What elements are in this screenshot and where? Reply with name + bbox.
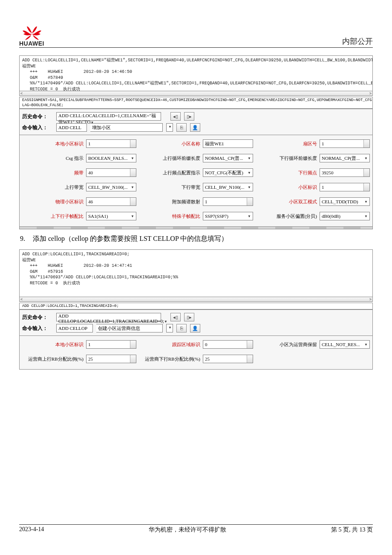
form-field: 服务小区偏置(分贝)dB0(0dB) — [256, 212, 370, 220]
spinner-input[interactable]: 1 — [320, 139, 370, 148]
back-button[interactable]: ◂▯ — [170, 313, 181, 321]
execute-button[interactable]: ⎘ — [176, 324, 187, 332]
form-field: 物理小区标识46 — [22, 197, 136, 206]
footer-page: 第 5 页, 共 13 页 — [331, 526, 373, 534]
form-field: 特殊子帧配比SSP7(SSP7) — [139, 212, 253, 220]
spinner-input[interactable]: 46 — [86, 197, 136, 206]
dropdown-input[interactable]: NOT_CFG(不配置) — [203, 168, 253, 177]
field-label: 跟踪区域标识 — [172, 341, 200, 348]
brand-text: HUAWEI — [19, 40, 44, 46]
form-field: 运营商下行RB分配比例(%)25 — [139, 355, 253, 363]
spinner-input[interactable]: 1 — [203, 197, 253, 206]
field-label: 上行循环前缀长度 — [163, 155, 200, 162]
field-label: 运营商下行RB分配比例(%) — [145, 356, 200, 362]
dropdown-input[interactable]: CELL_TDD(TDD) — [320, 197, 370, 206]
field-label: 特殊子帧配比 — [172, 213, 200, 220]
field-label: 下行带宽 — [182, 184, 200, 191]
form-field: 上行频点配置指示NOT_CFG(不配置) — [139, 168, 253, 177]
cmd-desc[interactable] — [90, 123, 163, 132]
forward-button[interactable]: ▯▸ — [184, 112, 194, 121]
assist-button[interactable]: 👤 — [190, 123, 200, 132]
spinner-input[interactable]: 1 — [86, 139, 136, 148]
dropdown-input[interactable]: CELL_BW_N100(... — [86, 183, 136, 191]
classification-label: 内部公开 — [342, 36, 373, 46]
assist-button[interactable]: 👤 — [190, 324, 200, 332]
field-label: 小区名称 — [182, 141, 200, 147]
scrollbar-2[interactable]: <> — [19, 297, 373, 302]
huawei-logo: HUAWEI — [19, 26, 44, 46]
scroll-left-icon[interactable]: < — [20, 297, 23, 301]
field-label: 上下行子帧配比 — [51, 213, 84, 220]
spinner-input[interactable]: 1 — [86, 340, 136, 349]
dropdown-input[interactable]: CELL_BW_N100(... — [203, 183, 253, 191]
command-bar-2: 历史命令： ADD CELLOP:LOCALCELLID=1,TRACKINGA… — [19, 309, 373, 336]
command-bar-1: 历史命令： ADD CELL:LOCALCELLID=1,CELLNAME="福… — [19, 109, 373, 135]
parameter-form-1: 本地小区标识1小区名称福营WE1扇区号1Csg 指示BOOLEAN_FALS..… — [19, 135, 373, 227]
spinner-input[interactable]: 40 — [86, 168, 136, 177]
scroll-right-icon[interactable]: > — [369, 297, 372, 301]
forward-button[interactable]: ▯▸ — [184, 313, 194, 321]
field-label: 本地小区标识 — [55, 141, 84, 147]
cmd-input-2[interactable] — [56, 324, 93, 332]
dropdown-input[interactable]: NORMAL_CP(普... — [320, 154, 370, 162]
field-label: 频带 — [74, 170, 84, 176]
dropdown-input[interactable]: CELL_NOT_RES... — [320, 340, 370, 349]
field-label: 小区为运营商保留 — [280, 341, 317, 348]
scroll-left-icon[interactable]: < — [20, 91, 23, 95]
spinner-input[interactable]: 0 — [203, 340, 253, 349]
form-field: 小区名称福营WE1 — [139, 139, 253, 148]
cmd-input[interactable] — [56, 123, 87, 132]
history-dropdown-2[interactable]: ADD CELLOP:LOCALCELLID=1,TRACKINGAREAID=… — [56, 313, 161, 321]
form-field: 下行频点39250 — [256, 168, 370, 177]
history-dropdown[interactable]: ADD CELL:LOCALCELLID=1,CELLNAME="福营WE1",… — [56, 112, 161, 121]
dropdown-input[interactable]: SA1(SA1) — [86, 212, 136, 220]
text-input[interactable]: 福营WE1 — [203, 139, 253, 148]
form-field: 扇区号1 — [256, 139, 370, 148]
field-label: 物理小区标识 — [55, 199, 84, 205]
spinner-input[interactable]: 1 — [320, 183, 370, 191]
cmd-input-label: 命令输入： — [22, 325, 53, 332]
spinner-input[interactable]: 39250 — [320, 168, 370, 177]
dropdown-input[interactable]: NORMAL_CP(普... — [203, 154, 253, 162]
cmd-dropdown-2[interactable] — [166, 324, 173, 332]
dropdown-input[interactable]: SSP7(SSP7) — [203, 212, 253, 220]
field-label: 下行循环前缀长度 — [280, 155, 317, 162]
cmd-desc-2[interactable] — [96, 324, 163, 332]
field-label: 下行频点 — [298, 170, 317, 176]
page-header: HUAWEI 内部公开 — [19, 26, 373, 48]
form-field: 频带40 — [22, 168, 136, 177]
log-output-2b: ADD CELLOP:LOCALCELLID=1,TRACKINGAREAID=… — [19, 303, 373, 309]
dropdown-input[interactable]: dB0(0dB) — [320, 212, 370, 220]
field-label: 上行频点配置指示 — [163, 170, 200, 176]
field-label: 小区标识 — [298, 184, 317, 191]
step-9-text: 9.添加 cellop（cellop 的参数需要按照 LST CELLOP 中的… — [20, 234, 373, 243]
form-field: 本地小区标识1 — [22, 340, 136, 349]
history-label: 历史命令： — [22, 314, 53, 321]
form-field: 本地小区标识1 — [22, 139, 136, 148]
form-field: 下行循环前缀长度NORMAL_CP(普... — [256, 154, 370, 162]
resize-divider[interactable] — [19, 227, 373, 229]
form-field: 附加频谱散射1 — [139, 197, 253, 206]
scroll-right-icon[interactable]: > — [369, 91, 372, 95]
back-button[interactable]: ◂▯ — [170, 112, 181, 121]
page-footer: 2023-4-14 华为机密，未经许可不得扩散 第 5 页, 共 13 页 — [19, 524, 373, 534]
spinner-input[interactable]: 25 — [203, 355, 253, 363]
log-output-1: ADD CELL:LOCALCELLID=1,CELLNAME="福营WE1",… — [19, 55, 373, 91]
log-output-1b: EASSIGNMENT=SA1,SPECIALSUBFRAMEPATTERNS=… — [19, 97, 373, 109]
scrollbar[interactable]: <> — [19, 91, 373, 96]
form-field: 小区标识1 — [256, 183, 370, 191]
field-label: 小区双工模式 — [289, 199, 317, 205]
dropdown-input[interactable]: BOOLEAN_FALS... — [86, 154, 136, 162]
field-label: 运营商上行RB分配比例(%) — [28, 356, 84, 362]
cmd-dropdown[interactable] — [166, 123, 173, 132]
field-label: 上行带宽 — [65, 184, 84, 191]
field-label: 附加频谱散射 — [172, 199, 200, 205]
field-label: Csg 指示 — [66, 155, 84, 162]
log-output-2: ADD CELLOP:LOCALCELLID=1,TRACKINGAREAID=… — [19, 249, 373, 297]
spinner-input[interactable]: 25 — [86, 355, 136, 363]
form-field: 运营商上行RB分配比例(%)25 — [22, 355, 136, 363]
huawei-petals-icon — [23, 26, 41, 40]
form-field: 小区为运营商保留CELL_NOT_RES... — [256, 340, 370, 349]
execute-button[interactable]: ⎘ — [176, 123, 187, 132]
field-label: 扇区号 — [303, 141, 317, 147]
